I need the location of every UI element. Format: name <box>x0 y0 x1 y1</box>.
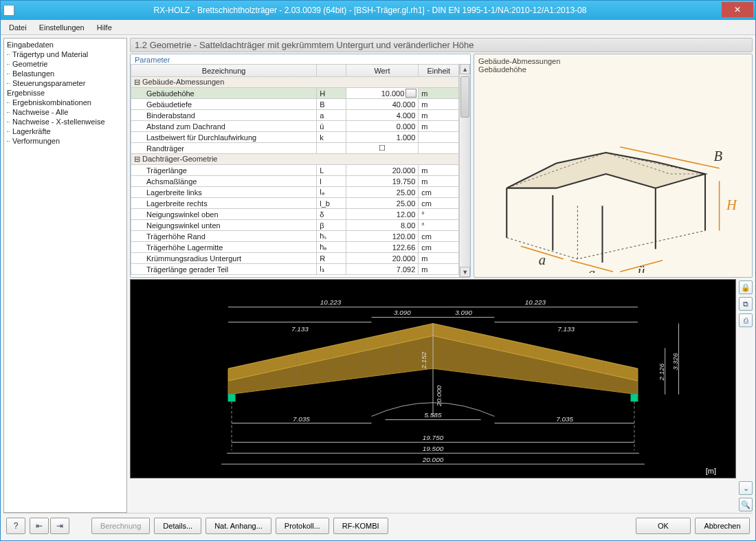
titlebar: RX-HOLZ - Brettschichtholzträger - 2.03.… <box>1 1 755 20</box>
protokoll-button[interactable]: Protokoll... <box>276 518 329 534</box>
dim-H: H <box>726 197 737 212</box>
svg-text:7.133: 7.133 <box>291 325 309 333</box>
navigation-tree[interactable]: Eingabedaten Trägertyp und Material Geom… <box>3 38 127 513</box>
help-button[interactable]: ? <box>6 518 25 534</box>
svg-text:19.500: 19.500 <box>423 445 444 452</box>
info-line1: Gebäude-Abmessungen <box>478 57 748 65</box>
view-icon[interactable]: ⌄ <box>739 481 753 495</box>
search-icon[interactable]: 🔍 <box>739 498 753 511</box>
table-row[interactable]: Neigungswinkel obenδ12.00° <box>131 209 459 220</box>
table-row[interactable]: GebäudetiefeB40.000m <box>131 99 459 110</box>
ok-button[interactable]: OK <box>636 518 691 534</box>
svg-text:2.126: 2.126 <box>658 363 665 381</box>
svg-text:20.000: 20.000 <box>435 385 443 407</box>
parameter-legend: Parameter <box>131 54 470 64</box>
svg-text:10.223: 10.223 <box>525 298 546 306</box>
details-button[interactable]: Details... <box>154 518 201 534</box>
app-icon <box>3 5 14 16</box>
rfkombi-button[interactable]: RF-KOMBI <box>333 518 388 534</box>
group-row[interactable]: ⊟ Dachträger-Geometrie <box>131 154 459 165</box>
table-row[interactable]: Trägerlänge gerader Teill₁7.092m <box>131 264 459 275</box>
section-title: 1.2 Geometrie - Satteldachträger mit gek… <box>130 38 753 52</box>
info-line2: Gebäudehöhe <box>478 65 748 74</box>
window-title: RX-HOLZ - Brettschichtholzträger - 2.03.… <box>19 5 722 15</box>
table-row[interactable]: Lagerbreite linkslₐ25.00cm <box>131 187 459 198</box>
nav-belastungen[interactable]: Belastungen <box>5 69 125 78</box>
svg-rect-20 <box>228 395 235 401</box>
nav-lagerkraefte[interactable]: Lagerkräfte <box>5 126 125 136</box>
svg-rect-21 <box>631 395 638 401</box>
col-einheit[interactable]: Einheit <box>419 65 459 77</box>
svg-text:20.000: 20.000 <box>422 456 444 463</box>
nav-traegertyp[interactable]: Trägertyp und Material <box>5 49 125 59</box>
menubar: Datei Einstellungen Hilfe <box>1 20 755 35</box>
nav-nachweise-x[interactable]: Nachweise - X-stellenweise <box>5 117 125 126</box>
drawing-unit: [m] <box>706 467 716 475</box>
dim-a2: a <box>588 265 595 273</box>
print-icon[interactable]: ⎙ <box>739 313 753 327</box>
dim-u: ü <box>638 264 645 273</box>
export-icon[interactable]: ⇥ <box>50 518 69 534</box>
lock-icon[interactable]: 🔒 <box>739 280 753 294</box>
close-button[interactable]: ✕ <box>722 2 753 17</box>
footer-bar: ? ⇤ ⇥ Berechnung Details... Nat. Anhang.… <box>3 513 753 538</box>
table-row[interactable]: Randträger☐ <box>131 143 459 154</box>
parameter-table[interactable]: Bezeichnung Wert Einheit ⊟ Gebäude-Abmes… <box>131 64 459 275</box>
svg-text:10.223: 10.223 <box>320 298 342 306</box>
menu-settings[interactable]: Einstellungen <box>34 22 90 33</box>
svg-text:7.133: 7.133 <box>557 325 575 333</box>
table-row[interactable]: Binderabstanda4.000m <box>131 110 459 121</box>
table-row[interactable]: Trägerhöhe Lagermittehₐ122.66cm <box>131 242 459 253</box>
nav-group-results: Ergebnisse <box>5 88 125 98</box>
dim-a1: a <box>539 252 546 267</box>
svg-text:19.750: 19.750 <box>423 434 444 441</box>
table-scrollbar[interactable]: ▲ ▼ <box>459 64 470 277</box>
copy-icon[interactable]: ⧉ <box>739 297 753 311</box>
svg-text:7.035: 7.035 <box>556 415 573 423</box>
cancel-button[interactable]: Abbrechen <box>695 518 750 534</box>
table-row[interactable]: Krümmungsradius UntergurtR20.000m <box>131 253 459 264</box>
info-panel: Gebäude-Abmessungen Gebäudehöhe <box>474 54 753 278</box>
group-row[interactable]: ⊟ Gebäude-Abmessungen <box>131 77 459 88</box>
table-row[interactable]: GebäudehöheH10.000m <box>131 88 459 99</box>
table-row[interactable]: TrägerlängeL20.000m <box>131 165 459 176</box>
table-row[interactable]: Achsmaßlängel19.750m <box>131 176 459 187</box>
col-bezeichnung[interactable]: Bezeichnung <box>131 65 317 77</box>
table-row[interactable]: Lagerbreite rechtsl_b25.00cm <box>131 198 459 209</box>
nav-steuerung[interactable]: Steuerungsparameter <box>5 78 125 88</box>
calc-button[interactable]: Berechnung <box>91 518 150 534</box>
nav-geometrie[interactable]: Geometrie <box>5 59 125 69</box>
table-row[interactable]: Neigungswinkel untenβ8.00° <box>131 220 459 231</box>
natanhang-button[interactable]: Nat. Anhang... <box>205 518 271 534</box>
menu-help[interactable]: Hilfe <box>91 22 118 33</box>
svg-text:3.326: 3.326 <box>671 353 679 370</box>
nav-ergebniskomb[interactable]: Ergebniskombinationen <box>5 98 125 107</box>
menu-file[interactable]: Datei <box>3 22 32 33</box>
elevation-drawing[interactable]: 10.223 10.223 7.133 7.133 3.090 3.090 5.… <box>130 279 736 478</box>
svg-text:7.035: 7.035 <box>293 415 310 423</box>
svg-text:3.090: 3.090 <box>394 309 411 316</box>
nav-verformungen[interactable]: Verformungen <box>5 136 125 146</box>
nav-nachweise-alle[interactable]: Nachweise - Alle <box>5 107 125 117</box>
svg-text:2.152: 2.152 <box>420 351 427 369</box>
svg-text:3.090: 3.090 <box>455 309 472 316</box>
table-row[interactable]: Lastbeiwert für Durchlaufwirkungk1.000 <box>131 132 459 143</box>
table-row[interactable]: Abstand zum Dachrandü0.000m <box>131 121 459 132</box>
dim-B: B <box>713 148 722 164</box>
building-iso-diagram: B H a a ü <box>478 75 748 273</box>
svg-text:5.585: 5.585 <box>425 411 442 419</box>
parameter-panel: Parameter Bezeichnung Wert Einheit <box>130 54 471 278</box>
col-sym[interactable] <box>317 65 346 77</box>
import-icon[interactable]: ⇤ <box>30 518 49 534</box>
col-wert[interactable]: Wert <box>346 65 419 77</box>
table-row[interactable]: Trägerhöhe Randhₛ120.00cm <box>131 231 459 242</box>
nav-group-input: Eingabedaten <box>5 40 125 49</box>
